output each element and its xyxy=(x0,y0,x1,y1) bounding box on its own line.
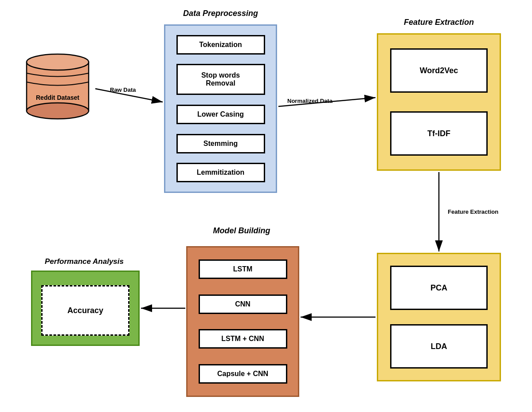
lstm-box: LSTM xyxy=(199,259,287,279)
word2vec-box: Word2Vec xyxy=(390,48,488,93)
tfidf-box: Tf-IDF xyxy=(390,111,488,156)
feature-extraction-top-container: Word2Vec Tf-IDF xyxy=(377,33,501,171)
feature-extraction-bottom-container: PCA LDA xyxy=(377,253,501,381)
model-building-section-label: Model Building xyxy=(173,226,310,235)
lemmitization-box: Lemmitization xyxy=(176,163,265,182)
normalized-data-label: Normalized Data xyxy=(287,98,332,104)
preprocessing-container: Tokenization Stop wordsRemoval Lower Cas… xyxy=(164,24,277,193)
tokenization-box: Tokenization xyxy=(176,35,265,55)
diagram-container: Raw Data Normalized Data Feature Extract… xyxy=(0,0,532,412)
lower-casing-box: Lower Casing xyxy=(176,105,265,124)
lstm-cnn-box: LSTM + CNN xyxy=(199,329,287,349)
stemming-box: Stemming xyxy=(176,134,265,153)
accuracy-box: Accuracy xyxy=(41,285,129,336)
svg-point-8 xyxy=(27,54,89,70)
svg-point-7 xyxy=(27,103,89,119)
performance-container: Accuracy xyxy=(31,271,140,346)
feature-extraction-section-label: Feature Extraction xyxy=(377,18,501,27)
svg-text:Reddit Dataset: Reddit Dataset xyxy=(36,94,79,101)
preprocessing-section-label: Data Preprocessing xyxy=(164,9,277,18)
model-building-container: LSTM CNN LSTM + CNN Capsule + CNN xyxy=(186,246,299,397)
cnn-box: CNN xyxy=(199,294,287,314)
lda-box: LDA xyxy=(390,324,488,369)
performance-section-label: Performance Analysis xyxy=(27,257,142,266)
stop-words-box: Stop wordsRemoval xyxy=(176,64,265,95)
raw-data-label: Raw Data xyxy=(110,86,136,93)
capsule-cnn-box: Capsule + CNN xyxy=(199,364,287,384)
reddit-dataset-cylinder: Reddit Dataset xyxy=(22,49,93,124)
feature-extraction-label-arrow: Feature Extraction xyxy=(448,208,498,215)
pca-box: PCA xyxy=(390,266,488,310)
